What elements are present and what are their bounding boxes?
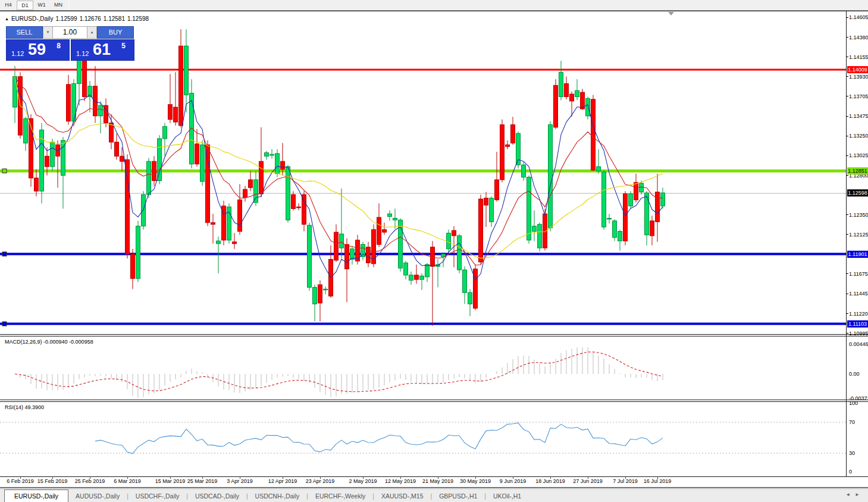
candle-body[interactable] — [495, 180, 499, 200]
candle-body[interactable] — [629, 194, 633, 206]
candle-body[interactable] — [131, 254, 135, 279]
candle-body[interactable] — [318, 285, 322, 303]
symbol-tab-eurchf[interactable]: EURCHF-,Weekly — [308, 490, 372, 502]
candle-body[interactable] — [447, 233, 451, 248]
candle-body[interactable] — [570, 94, 574, 101]
candle-body[interactable] — [35, 178, 39, 191]
candle-body[interactable] — [532, 226, 537, 232]
candle-body[interactable] — [308, 225, 312, 287]
candle-body[interactable] — [249, 180, 253, 188]
candle-body[interactable] — [233, 242, 237, 244]
candle-body[interactable] — [640, 183, 644, 192]
sell-quote-button[interactable]: 1.12 59 8 — [6, 39, 70, 61]
rsi-splitter-top[interactable] — [0, 400, 868, 400]
candle-body[interactable] — [559, 72, 563, 96]
sell-button[interactable]: SELL — [6, 26, 43, 39]
candle-body[interactable] — [265, 152, 269, 156]
candle-body[interactable] — [281, 161, 285, 169]
candle-body[interactable] — [302, 195, 306, 225]
candle-body[interactable] — [275, 154, 280, 174]
candle-body[interactable] — [115, 142, 119, 156]
timeframe-h4-button[interactable]: H4 — [0, 1, 17, 10]
volume-decrease-button[interactable]: ▼ — [43, 26, 53, 39]
candle-body[interactable] — [538, 225, 542, 248]
candle-body[interactable] — [575, 91, 579, 96]
candle-body[interactable] — [388, 214, 392, 216]
candle-body[interactable] — [511, 124, 515, 143]
chart-canvas[interactable] — [0, 0, 868, 502]
candle-body[interactable] — [607, 218, 612, 219]
macd-splitter-bottom[interactable] — [0, 336, 868, 336]
candle-body[interactable] — [126, 160, 130, 254]
candle-body[interactable] — [147, 161, 151, 195]
symbol-tab-ukoil[interactable]: UKOil-,H1 — [486, 490, 528, 502]
candle-body[interactable] — [468, 292, 472, 304]
candle-body[interactable] — [586, 98, 590, 116]
candle-body[interactable] — [334, 232, 339, 260]
candle-body[interactable] — [591, 99, 596, 170]
symbol-tab-usdchf[interactable]: USDCHF-,Daily — [129, 490, 187, 502]
candle-body[interactable] — [313, 287, 317, 304]
candle-body[interactable] — [259, 161, 264, 194]
candle-body[interactable] — [345, 245, 349, 269]
hline-1.11103[interactable] — [0, 323, 846, 325]
candle-body[interactable] — [484, 198, 488, 205]
candle-body[interactable] — [549, 124, 553, 227]
candle-body[interactable] — [506, 145, 510, 146]
candle-body[interactable] — [415, 275, 419, 279]
candle-body[interactable] — [602, 172, 606, 227]
candle-body[interactable] — [324, 289, 328, 289]
candle-body[interactable] — [83, 60, 87, 97]
candle-body[interactable] — [200, 145, 205, 182]
candle-body[interactable] — [286, 167, 290, 220]
candle-body[interactable] — [238, 200, 242, 232]
candle-body[interactable] — [254, 180, 258, 202]
candle-body[interactable] — [420, 276, 424, 279]
candle-body[interactable] — [597, 167, 601, 171]
candle-body[interactable] — [51, 142, 55, 167]
candle-body[interactable] — [142, 195, 146, 226]
candle-body[interactable] — [168, 105, 173, 120]
tab-scroll-arrows[interactable]: ◄► — [845, 492, 864, 497]
candle-body[interactable] — [45, 156, 49, 167]
macd-splitter-top[interactable] — [0, 334, 868, 335]
candle-body[interactable] — [623, 194, 628, 241]
candle-body[interactable] — [656, 192, 660, 222]
candle-body[interactable] — [158, 139, 162, 180]
candle-body[interactable] — [425, 264, 430, 277]
candle-body[interactable] — [463, 270, 467, 292]
candle-body[interactable] — [452, 230, 456, 236]
candle-body[interactable] — [190, 93, 194, 164]
timeframe-mn-button[interactable]: MN — [50, 1, 67, 10]
candle-body[interactable] — [565, 83, 569, 96]
symbol-tab-xauusd[interactable]: XAUUSD-,M15 — [374, 490, 431, 502]
candle-body[interactable] — [457, 236, 462, 270]
candle-body[interactable] — [184, 46, 189, 95]
candle-body[interactable] — [634, 182, 638, 199]
chart-shift-marker-icon[interactable] — [668, 12, 674, 15]
candle-body[interactable] — [270, 154, 274, 155]
candle-body[interactable] — [195, 144, 199, 164]
candle-body[interactable] — [527, 177, 531, 240]
symbol-tab-audusd[interactable]: AUDUSD-,Daily — [68, 490, 127, 502]
candle-body[interactable] — [163, 126, 167, 139]
candle-body[interactable] — [297, 207, 301, 207]
candle-body[interactable] — [650, 221, 654, 236]
symbol-tab-eurusd[interactable]: EURUSD-,Daily — [4, 489, 68, 502]
hline-handle[interactable] — [2, 322, 7, 326]
candle-body[interactable] — [77, 60, 82, 84]
timeframe-w1-button[interactable]: W1 — [33, 1, 50, 10]
candle-body[interactable] — [479, 199, 483, 262]
hline-handle[interactable] — [2, 169, 7, 173]
volume-increase-button[interactable]: ▲ — [87, 26, 97, 39]
symbol-tab-usdcad[interactable]: USDCAD-,Daily — [188, 490, 246, 502]
candle-body[interactable] — [618, 232, 622, 241]
candle-body[interactable] — [340, 234, 344, 248]
candle-body[interactable] — [61, 141, 65, 176]
candle-body[interactable] — [377, 217, 381, 245]
candle-body[interactable] — [383, 230, 387, 232]
candle-body[interactable] — [613, 221, 617, 238]
buy-quote-button[interactable]: 1.12 61 5 — [71, 39, 134, 61]
candle-body[interactable] — [152, 161, 156, 180]
candle-body[interactable] — [109, 123, 114, 142]
